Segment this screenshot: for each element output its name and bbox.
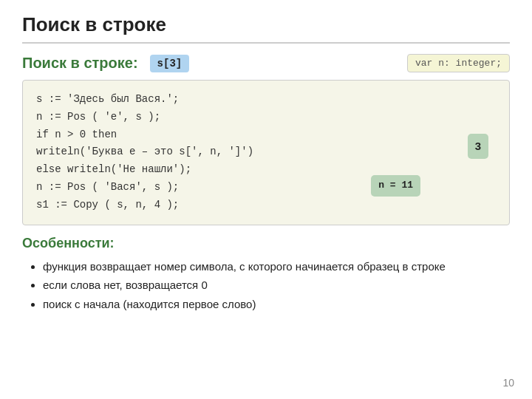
badge-s3: s[3] (150, 55, 190, 72)
code-line-1: s := 'Здесь был Вася.'; (36, 91, 496, 109)
features-title: Особенности: (22, 236, 510, 251)
feature-item-3: поиск с начала (находится первое слово) (43, 295, 510, 314)
search-header: Поиск в строке: s[3] var n: integer; (22, 54, 510, 72)
search-label: Поиск в строке: (22, 55, 138, 72)
badge-n11: n = 11 (371, 175, 420, 196)
code-block: s := 'Здесь был Вася.'; n := Pos ( 'e', … (22, 80, 510, 225)
code-line-3: if n > 0 then (36, 126, 496, 144)
feature-item-1: функция возвращает номер символа, с кото… (43, 257, 510, 276)
slide-title: Поиск в строке (22, 13, 510, 44)
slide: Поиск в строке Поиск в строке: s[3] var … (0, 0, 532, 399)
code-line-4: writeln('Буква е – это s[', n, ']') (36, 143, 496, 161)
code-line-2: n := Pos ( 'e', s ); (36, 109, 496, 126)
code-line-5: else writeln('Не нашли'); (36, 161, 496, 179)
features-list: функция возвращает номер символа, с кото… (22, 257, 510, 314)
code-line-6: n := Pos ( 'Вася', s ); (36, 179, 496, 197)
badge-3: 3 (468, 134, 488, 159)
badge-var: var n: integer; (407, 54, 510, 72)
page-number: 10 (502, 377, 514, 389)
code-line-7: s1 := Copy ( s, n, 4 ); (36, 197, 496, 214)
feature-item-2: если слова нет, возвращается 0 (43, 276, 510, 295)
